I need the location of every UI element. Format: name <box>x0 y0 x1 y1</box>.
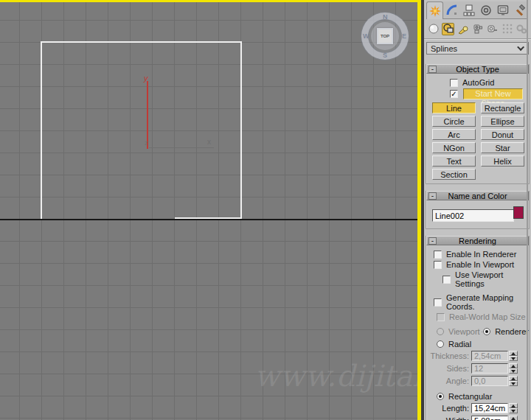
create-sunburst-icon <box>429 5 441 17</box>
hierarchy-boxes-icon <box>463 4 475 16</box>
tab-utilities[interactable] <box>511 1 528 19</box>
spinner-up-icon[interactable] <box>509 363 518 368</box>
tab-hierarchy[interactable] <box>460 1 477 19</box>
width-label: Width: <box>446 416 469 420</box>
button-text[interactable]: Text <box>432 155 476 167</box>
category-lights[interactable] <box>457 23 469 35</box>
rollout-object-type: - Object Type AutoGrid Start New Shape L… <box>426 64 530 184</box>
tab-modify[interactable] <box>443 1 460 19</box>
viewcube[interactable]: N S W E TOP <box>361 13 409 60</box>
button-star[interactable]: Star <box>481 142 524 153</box>
button-line[interactable]: Line <box>432 102 476 113</box>
button-helix[interactable]: Helix <box>481 155 524 167</box>
category-spacewarps[interactable] <box>501 23 513 35</box>
button-rectangle[interactable]: Rectangle <box>481 102 524 113</box>
spinner-down-icon[interactable] <box>509 356 518 361</box>
category-cameras[interactable] <box>471 23 484 35</box>
spinner-down-icon[interactable] <box>509 408 518 413</box>
autogrid-checkbox[interactable] <box>450 79 458 87</box>
radial-radio[interactable] <box>437 340 444 348</box>
viewcube-north[interactable]: N <box>383 13 388 21</box>
rectangular-radio[interactable] <box>437 393 444 400</box>
gizmo-x-label: x <box>207 138 211 146</box>
spinner-up-icon[interactable] <box>509 416 518 420</box>
lights-icon <box>457 24 468 35</box>
real-world-map-size-label: Real-World Map Size <box>449 312 526 321</box>
panel-edge-divider <box>527 0 528 420</box>
spinner-up-icon[interactable] <box>509 376 518 381</box>
radial-angle-spinner[interactable] <box>509 376 518 386</box>
tab-display[interactable] <box>494 1 511 19</box>
length-field[interactable]: 15,24cm <box>471 403 508 413</box>
start-new-shape-button[interactable]: Start New Shape <box>463 88 523 99</box>
rollout-title: Name and Color <box>448 192 507 200</box>
viewport-radio[interactable] <box>437 328 444 335</box>
chevron-down-icon <box>517 43 524 51</box>
gizmo-z-label: z <box>145 139 148 147</box>
width-field[interactable]: 5,08cm <box>471 416 508 420</box>
rollout-header-object-type[interactable]: - Object Type <box>426 64 529 74</box>
viewcube-south[interactable]: S <box>383 52 387 59</box>
dropdown-value: Splines <box>431 44 457 53</box>
command-panel-tabs <box>424 0 531 19</box>
category-helpers[interactable] <box>486 23 499 35</box>
group-divider <box>482 332 482 332</box>
shapes-icon <box>443 24 454 34</box>
spinner-up-icon[interactable] <box>509 351 518 356</box>
length-spinner[interactable] <box>509 403 518 413</box>
tab-motion[interactable] <box>477 1 494 19</box>
collapse-minus-icon[interactable]: - <box>428 66 437 73</box>
sides-field[interactable]: 12 <box>471 363 508 374</box>
button-donut[interactable]: Donut <box>481 129 524 140</box>
rollout-header-rendering[interactable]: - Rendering <box>426 236 529 245</box>
collapse-minus-icon[interactable]: - <box>428 192 437 200</box>
cameras-icon <box>472 24 483 35</box>
shape-type-dropdown[interactable]: Splines <box>426 42 529 55</box>
button-arc[interactable]: Arc <box>432 129 476 140</box>
viewcube-top-face[interactable]: TOP <box>377 28 393 44</box>
width-spinner[interactable] <box>509 416 518 420</box>
modify-arc-icon <box>446 4 458 16</box>
viewcube-west[interactable]: W <box>363 32 369 40</box>
spinner-up-icon[interactable] <box>509 403 518 408</box>
button-ngon[interactable]: NGon <box>432 142 476 153</box>
button-circle[interactable]: Circle <box>432 116 476 127</box>
renderer-radio[interactable] <box>483 328 490 335</box>
viewcube-east[interactable]: E <box>402 32 406 40</box>
category-shapes[interactable] <box>442 23 454 35</box>
rectangular-radio-label: Rectangular <box>448 392 492 401</box>
button-section[interactable]: Section <box>432 169 476 180</box>
generate-mapping-coords-label: Generate Mapping Coords. <box>446 293 529 311</box>
rollout-title: Rendering <box>459 237 496 245</box>
radial-angle-field[interactable]: 0,0 <box>471 376 508 386</box>
enable-in-renderer-label: Enable In Renderer <box>446 250 516 259</box>
watermark-text: www.dijitalders <box>254 359 421 393</box>
rollout-header-name-and-color[interactable]: - Name and Color <box>426 191 529 200</box>
collapse-minus-icon[interactable]: - <box>428 237 437 245</box>
category-row <box>424 19 531 39</box>
spinner-down-icon[interactable] <box>509 381 518 386</box>
button-ellipse[interactable]: Ellipse <box>481 116 524 127</box>
systems-gear-icon <box>516 24 527 35</box>
rectangle-spline[interactable] <box>41 41 242 220</box>
real-world-map-size-checkbox[interactable] <box>437 313 445 321</box>
renderer-radio-label: Renderer <box>495 327 529 336</box>
sides-spinner[interactable] <box>509 363 518 374</box>
command-panel: Splines - Object Type AutoGrid Start New… <box>424 0 531 420</box>
rectangle-spline-bottom-edge <box>175 217 242 219</box>
spinner-down-icon[interactable] <box>509 368 518 374</box>
viewport-top[interactable]: y x z www.dijitalders N S W E TOP <box>0 0 421 420</box>
category-geometry[interactable] <box>427 23 440 35</box>
object-name-input[interactable] <box>432 209 514 222</box>
generate-mapping-coords-checkbox[interactable] <box>434 298 442 307</box>
thickness-field[interactable]: 2,54cm <box>471 351 508 361</box>
enable-in-viewport-checkbox[interactable] <box>434 261 442 269</box>
helpers-icon <box>487 24 498 35</box>
thickness-spinner[interactable] <box>509 351 518 361</box>
enable-in-renderer-checkbox[interactable] <box>434 251 442 259</box>
object-color-swatch[interactable] <box>513 206 524 219</box>
tab-create[interactable] <box>426 1 443 19</box>
use-viewport-settings-checkbox[interactable] <box>442 276 451 284</box>
start-new-shape-checkbox[interactable] <box>450 90 458 98</box>
spacewarps-icon <box>502 24 513 34</box>
